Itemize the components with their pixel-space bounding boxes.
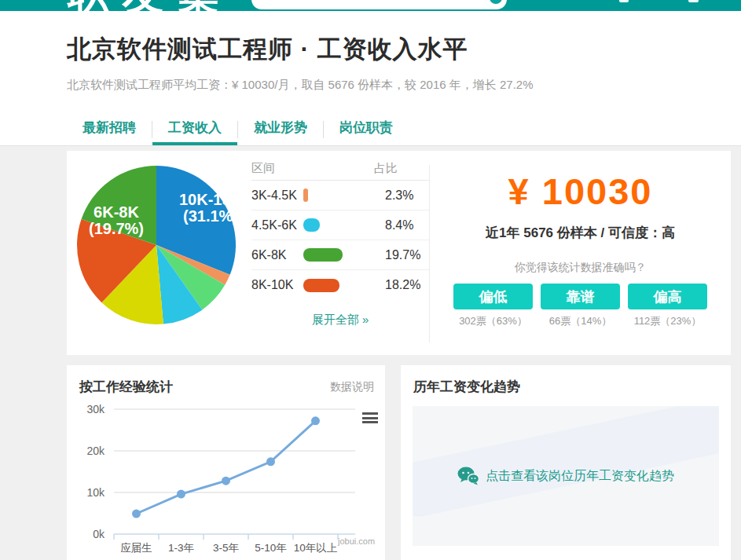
y-axis-tick-label: 0k	[93, 528, 105, 540]
y-axis-tick-label: 20k	[86, 445, 105, 457]
trend-placeholder[interactable]: 点击查看该岗位历年工资变化趋势	[413, 406, 719, 546]
search-input[interactable]	[251, 0, 507, 9]
tab-bar: 最新招聘 工资收入 就业形势 岗位职责	[67, 114, 409, 145]
vote-accurate-count: 66票（14%）	[541, 314, 620, 328]
data-note-link[interactable]: 数据说明	[330, 380, 374, 394]
vote-counts: 302票（63%） 66票（14%） 112票（23%）	[453, 314, 707, 328]
vote-high-button[interactable]: 偏高	[628, 284, 707, 309]
vote-high-count: 112票（23%）	[628, 314, 707, 328]
experience-stats-card: 按工作经验统计 数据说明 0k10k20k30k应届生1-3年3-5年5-10年…	[67, 365, 385, 560]
table-header: 区间 占比	[251, 157, 429, 181]
page-header: 北京软件测试工程师 · 工资收入水平 北京软件测试工程师平均工资：¥ 10030…	[0, 11, 741, 146]
table-row: 4.5K-6K 8.4%	[251, 210, 429, 240]
tab-latest-jobs[interactable]: 最新招聘	[67, 114, 152, 145]
share-value: 19.7%	[385, 248, 429, 262]
x-axis-category-label: 1-3年	[168, 542, 195, 554]
pie-slice-label: 6K-8K(19.7%)	[89, 203, 144, 237]
table-row: 3K-4.5K 2.3%	[251, 181, 429, 210]
y-axis-tick-label: 10k	[86, 486, 105, 499]
vote-low-count: 302票（63%）	[453, 314, 533, 328]
header-user-icon[interactable]	[619, 0, 629, 2]
page-title: 北京软件测试工程师 · 工资收入水平	[67, 33, 468, 66]
trend-card-title: 历年工资变化趋势	[413, 378, 520, 396]
vote-low-button[interactable]: 偏低	[453, 284, 533, 309]
line-point[interactable]	[132, 510, 141, 518]
expand-all-link[interactable]: 展开全部 »	[251, 313, 429, 328]
sample-info: 近1年 5676 份样本 / 可信度：高	[486, 224, 675, 242]
x-axis-category-label: 10年以上	[294, 542, 338, 554]
average-salary-value: ¥ 10030	[508, 170, 653, 213]
line-point[interactable]	[266, 457, 275, 466]
top-nav-bar: 职友集	[0, 0, 741, 11]
share-bar	[303, 188, 308, 202]
chart-menu-icon[interactable]	[362, 412, 378, 423]
range-label: 3K-4.5K	[251, 188, 302, 203]
vote-accurate-button[interactable]: 靠谱	[541, 284, 620, 309]
experience-card-title: 按工作经验统计	[79, 378, 173, 396]
vote-buttons: 偏低 靠谱 偏高	[453, 284, 707, 309]
trend-view-link[interactable]: 点击查看该岗位历年工资变化趋势	[486, 468, 674, 485]
wechat-icon	[457, 467, 479, 485]
range-label: 4.5K-6K	[251, 218, 302, 232]
line-point[interactable]	[177, 490, 185, 499]
share-bar	[303, 248, 343, 262]
line-point[interactable]	[222, 477, 230, 485]
tab-salary[interactable]: 工资收入	[152, 114, 237, 145]
vote-question: 你觉得该统计数据准确吗？	[515, 261, 647, 275]
line-series	[137, 421, 316, 514]
share-bar	[303, 218, 320, 232]
range-label: 6K-8K	[251, 248, 302, 262]
search-icon[interactable]	[490, 0, 502, 4]
tab-duties[interactable]: 岗位职责	[324, 114, 409, 145]
table-row: 6K-8K 19.7%	[251, 240, 429, 270]
x-axis-category-label: 5-10年	[255, 542, 287, 554]
table-row: 8K-10K 18.2%	[251, 270, 429, 300]
x-axis-category-label: 应届生	[120, 542, 152, 554]
y-axis-tick-label: 30k	[86, 403, 105, 415]
col-range-header: 区间	[251, 161, 330, 176]
col-share-header: 占比	[374, 161, 398, 176]
tab-employment[interactable]: 就业形势	[238, 114, 323, 145]
share-bar	[303, 279, 339, 292]
salary-range-table: 区间 占比 3K-4.5K 2.3% 4.5K-6K 8.4% 6K-8K 19…	[251, 157, 429, 300]
line-point[interactable]	[311, 416, 320, 425]
range-label: 8K-10K	[251, 278, 302, 292]
share-value: 2.3%	[385, 188, 429, 203]
page-subtitle: 北京软件测试工程师平均工资：¥ 10030/月，取自 5676 份样本，较 20…	[67, 78, 534, 93]
x-axis-category-label: 3-5年	[213, 542, 240, 554]
share-value: 8.4%	[385, 218, 429, 232]
site-logo[interactable]: 职友集	[68, 0, 233, 11]
salary-summary: ¥ 10030 近1年 5676 份样本 / 可信度：高 你觉得该统计数据准确吗…	[430, 151, 731, 355]
salary-trend-card: 历年工资变化趋势 点击查看该岗位历年工资变化趋势	[401, 365, 731, 560]
salary-distribution-card: 10K-15K(31.1%)6K-8K(19.7%) 区间 占比 3K-4.5K…	[67, 151, 731, 355]
experience-line-chart: 0k10k20k30k应届生1-3年3-5年5-10年10年以上 jobui.c…	[67, 397, 385, 560]
watermark: jobui.com	[338, 536, 393, 546]
header-message-icon[interactable]	[688, 0, 699, 2]
pie-slice-label: 10K-15K(31.1%)	[179, 191, 240, 225]
share-value: 18.2%	[385, 278, 429, 292]
salary-pie-chart: 10K-15K(31.1%)6K-8K(19.7%)	[73, 162, 240, 328]
